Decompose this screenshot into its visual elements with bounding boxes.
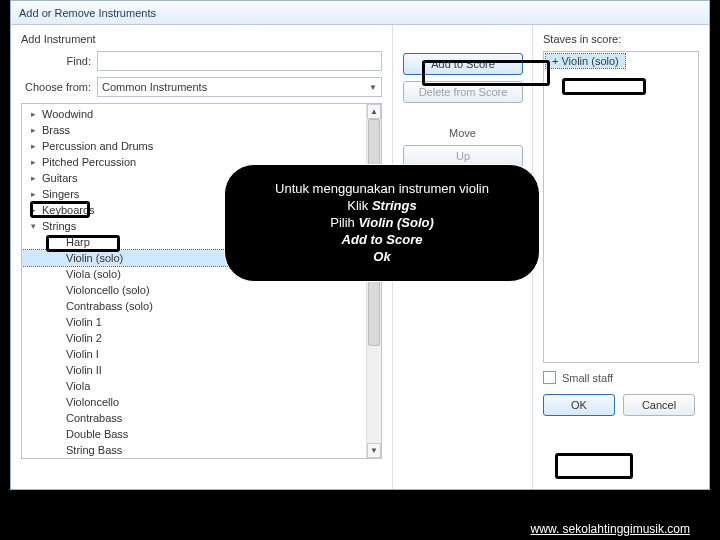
tree-category[interactable]: ▸Woodwind (22, 106, 381, 122)
scroll-up-button[interactable]: ▲ (367, 104, 381, 119)
tree-item[interactable]: Violoncello (22, 394, 381, 410)
delete-from-score-button[interactable]: Delete from Score (403, 81, 523, 103)
instruction-bubble: Untuk menggunakan instrumen violin Klik … (224, 164, 540, 282)
ok-button[interactable]: OK (543, 394, 615, 416)
scroll-down-button[interactable]: ▼ (367, 443, 381, 458)
move-label: Move (403, 127, 522, 139)
bubble-line1: Untuk menggunakan instrumen violin (245, 181, 519, 198)
tree-item[interactable]: Contrabass (22, 410, 381, 426)
tree-item[interactable]: Violin II (22, 362, 381, 378)
stave-item-violin[interactable]: + Violin (solo) (546, 54, 625, 68)
add-instrument-label: Add Instrument (21, 33, 382, 45)
right-panel: Staves in score: + Violin (solo) Small s… (533, 25, 709, 489)
staves-in-score-label: Staves in score: (543, 33, 699, 45)
footer-url: www. sekolahtinggimusik.com (531, 522, 690, 536)
tree-item[interactable]: Viola (22, 378, 381, 394)
tree-category[interactable]: ▸Brass (22, 122, 381, 138)
titlebar: Add or Remove Instruments (11, 1, 709, 25)
staves-list[interactable]: + Violin (solo) (543, 51, 699, 363)
choose-from-label: Choose from: (21, 81, 91, 93)
choose-from-value: Common Instruments (102, 81, 207, 93)
tree-item[interactable]: Violin I (22, 346, 381, 362)
find-label: Find: (21, 55, 91, 67)
cancel-button[interactable]: Cancel (623, 394, 695, 416)
tree-item[interactable]: Contrabass (solo) (22, 298, 381, 314)
window-title: Add or Remove Instruments (19, 7, 156, 19)
add-to-score-button[interactable]: Add to Score (403, 53, 523, 75)
choose-from-select[interactable]: Common Instruments ▼ (97, 77, 382, 97)
tree-item[interactable]: String Bass (22, 442, 381, 458)
tree-category[interactable]: ▸Percussion and Drums (22, 138, 381, 154)
tree-item[interactable]: Double Bass (22, 426, 381, 442)
footer: www. sekolahtinggimusik.com (0, 522, 720, 536)
tree-item[interactable]: Violoncello (solo) (22, 282, 381, 298)
small-staff-label: Small staff (562, 372, 613, 384)
small-staff-checkbox[interactable] (543, 371, 556, 384)
find-input[interactable] (97, 51, 382, 71)
tree-item[interactable]: Violin 1 (22, 314, 381, 330)
chevron-down-icon: ▼ (369, 83, 377, 92)
tree-item[interactable]: Violin 2 (22, 330, 381, 346)
tree-item[interactable]: Bass [Double] (22, 458, 381, 459)
